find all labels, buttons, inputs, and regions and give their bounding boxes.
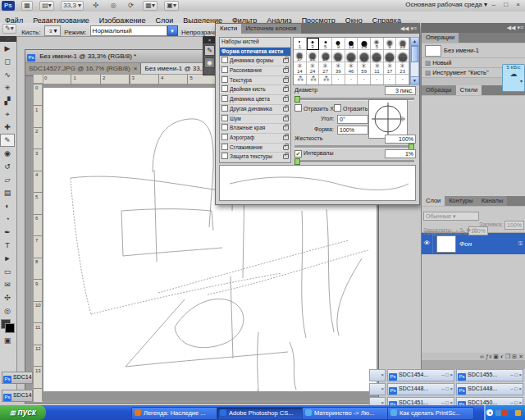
spacing-value[interactable]: 1% [385, 149, 416, 158]
hardness-value[interactable]: 100% [385, 135, 416, 144]
spacing-slider-nub[interactable] [294, 158, 300, 165]
tab-paths[interactable]: Контуры [445, 196, 477, 206]
brush-preset[interactable]: ✳59 [358, 62, 371, 75]
brush-preset[interactable]: ✳23 [396, 62, 409, 75]
tray-chevron-icon[interactable]: ◄ [486, 409, 493, 416]
layers-footer-icon-1[interactable]: ∞ [480, 354, 486, 359]
minimized-doc-window[interactable]: PsSDC1448...– □ × [456, 383, 523, 395]
hand-icon[interactable]: ✣ [91, 1, 102, 11]
quick-selection-tool[interactable]: ✳ [0, 81, 15, 94]
brush-section-9[interactable]: Шум [220, 115, 290, 125]
taskbar-task-1[interactable]: Легенда: Наследие ... [131, 407, 218, 420]
tab-layers[interactable]: Слои [422, 196, 445, 206]
dock-close-icon[interactable]: × [203, 37, 216, 43]
minimized-doc-window[interactable]: PsSDC1455...– □ × [456, 369, 523, 381]
layers-footer-icon-3[interactable]: ▣ [493, 354, 500, 359]
lock-icon[interactable] [283, 154, 289, 159]
badge-arrow-icon[interactable]: ▾ [503, 78, 524, 84]
brush-preset[interactable]: ✳46 [345, 62, 358, 75]
healing-brush-tool[interactable]: ✚ [0, 121, 15, 134]
tool-preset-icon[interactable]: ✎▾ [2, 24, 16, 34]
window-buttons[interactable]: – □ × [510, 370, 523, 380]
flip-x-checkbox[interactable]: Отразить X [294, 104, 334, 112]
bridge-icon[interactable]: ▦ [21, 1, 33, 11]
brush-preset[interactable]: 100 [371, 50, 384, 62]
brush-preset[interactable]: 9 [332, 38, 345, 50]
history-state-1[interactable]: Без имени-1 [422, 43, 525, 58]
tray-icon-3[interactable] [509, 410, 514, 416]
layers-footer-icon-7[interactable]: ✕ [518, 354, 523, 359]
minimized-doc-window[interactable]: PsSDC1454...– □ × [387, 369, 454, 381]
angle-value[interactable]: 0° [337, 115, 368, 124]
brush-section-6[interactable]: Двойная кисть [220, 85, 290, 95]
brush-preset[interactable]: 9 [384, 38, 397, 50]
blend-mode-dropdown-icon[interactable]: ▾ [167, 25, 178, 36]
brush-preset[interactable]: 35 [332, 50, 345, 62]
diameter-slider-nub[interactable] [294, 96, 300, 103]
lock-icon[interactable] [283, 78, 289, 83]
lock-icon[interactable] [283, 58, 289, 63]
download-speed-badge[interactable]: 5 КБ/с ☁ ▾ [502, 64, 525, 92]
blur-tool[interactable]: ◐ [0, 199, 15, 212]
brush-section-7[interactable]: Динамика цвета [220, 95, 290, 105]
brush-preset[interactable]: 21 [307, 50, 320, 62]
brush-preset[interactable]: · [332, 75, 345, 85]
layer-name[interactable]: Фон [459, 240, 518, 248]
brush-preset[interactable]: 27 [319, 50, 332, 62]
layers-footer-icon-2[interactable]: ƒx [486, 354, 493, 359]
brush-preset[interactable]: ✳14 [294, 62, 307, 75]
crop-tool[interactable]: ▞ [0, 94, 15, 107]
workspace-switcher[interactable]: Основная рабочая среда ▾ [405, 1, 487, 8]
dock-collapse-icons[interactable]: ◀◀ ▾≡ [422, 23, 525, 33]
brushes-panel-icon[interactable]: ✎ [204, 45, 215, 56]
brush-preset[interactable]: 3 [307, 38, 320, 50]
brush-preset[interactable]: ✳11 [371, 62, 384, 75]
brush-preset[interactable]: 5 [319, 38, 332, 50]
marquee-tool[interactable]: ◻ [0, 55, 15, 68]
lock-icon[interactable] [283, 145, 289, 150]
layer-visibility-eye-icon[interactable]: 👁 [422, 233, 433, 254]
zoom-icon[interactable]: ◎ [108, 1, 119, 11]
arrange-documents-icon[interactable]: ▦▾ [143, 1, 158, 11]
scroll-thumb[interactable] [411, 46, 418, 62]
blend-mode-select[interactable]: Нормальный [90, 25, 167, 36]
tab-clone-source[interactable]: Источник клонов [241, 24, 300, 34]
eyedropper-tool[interactable]: ⌖ [0, 107, 15, 121]
brush-preset[interactable]: · [396, 75, 409, 85]
spacing-checkbox[interactable]: ✔Интервалы [294, 150, 333, 158]
lock-icon[interactable] [283, 116, 289, 121]
brush-grid-scrollbar[interactable]: ▲ ▼ [410, 37, 419, 85]
lock-icon[interactable] [283, 68, 289, 73]
brush-preset-grid[interactable]: 135913195913172127354565100200300✳14✳24✳… [293, 37, 410, 85]
notes-tool[interactable]: ✉ [0, 278, 15, 291]
angle-widget[interactable] [368, 99, 408, 139]
brush-preset[interactable]: 200 [384, 50, 397, 62]
lock-icon[interactable] [283, 135, 289, 140]
tab-close-icon[interactable]: × [134, 65, 138, 72]
pen-tool[interactable]: ✒ [0, 226, 15, 239]
toolbox-collapse-icon[interactable]: ·· [0, 36, 16, 42]
brush-preset[interactable]: ⁂ [319, 75, 332, 85]
brush-section-2[interactable]: Форма отпечатка кисти [220, 48, 290, 57]
clone-stamp-tool[interactable]: ◉ [0, 147, 15, 160]
close-icon[interactable]: × [381, 370, 385, 380]
minimized-doc-stub[interactable]: × [369, 383, 386, 395]
hand-tool[interactable]: ✣ [0, 291, 15, 304]
layers-footer-icons[interactable]: ∞ ƒx ▣ ◐ ❒ ⊞ ✕ [422, 353, 525, 360]
gradient-tool[interactable]: ▤ [0, 186, 15, 199]
brush-preset[interactable]: 13 [345, 38, 358, 50]
brush-section-13[interactable]: Защита текстуры [220, 153, 290, 162]
lock-icon[interactable] [283, 126, 289, 130]
quick-mask-icon[interactable]: ▣ [0, 334, 15, 347]
zoom-level-select[interactable]: 33,3 ▾ [61, 1, 84, 11]
window-buttons[interactable]: – □ × [441, 384, 454, 394]
scroll-up-icon[interactable]: ▲ [411, 38, 418, 46]
minimized-doc-stub[interactable]: × [369, 369, 386, 381]
lock-icon[interactable] [283, 87, 289, 92]
scroll-down-icon[interactable]: ▼ [411, 76, 418, 84]
document-tab-1[interactable]: SDC14527.JPG @ 16,7% (RGB/8)× [25, 63, 141, 75]
tab-history[interactable]: Операции [422, 33, 459, 43]
taskbar-task-4[interactable]: Как сделать PrintSc... [387, 407, 474, 420]
tab-brushes[interactable]: Кисти [216, 24, 241, 34]
rotate-view-icon[interactable]: ⟳ [126, 1, 136, 11]
